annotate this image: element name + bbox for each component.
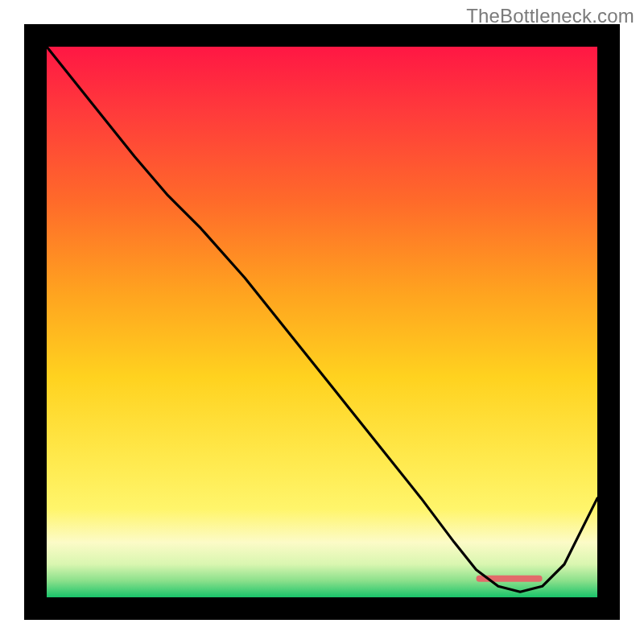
watermark-text: TheBottleneck.com [466,5,634,27]
gradient-background [47,47,597,597]
chart-frame [24,24,620,620]
gradient-line-chart [24,24,620,620]
